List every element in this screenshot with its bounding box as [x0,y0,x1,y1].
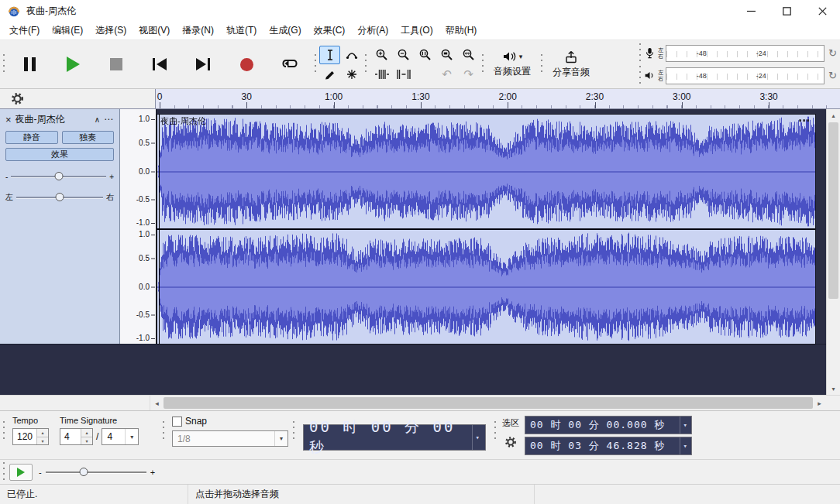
mute-button[interactable]: 静音 [5,131,58,144]
timesig-upper-value[interactable]: 4 [60,429,81,444]
spin-up-icon[interactable]: ▴ [37,429,48,437]
edit-toolbar-grip[interactable] [362,49,370,80]
snap-mode-select[interactable]: 1/8 ▾ [172,430,288,447]
recording-meter-bar[interactable]: -48 -24 [666,45,825,62]
selection-start-display[interactable]: 00 时 00 分 00.000 秒 ▾ [525,416,692,434]
zoom-out-button[interactable] [393,46,414,64]
selection-end-value[interactable]: 00 时 03 分 46.828 秒 [530,439,665,453]
recording-meter-grip[interactable] [636,45,644,62]
solo-button[interactable]: 独奏 [62,131,115,144]
playback-meter[interactable]: 左右 -48 -24 ↻ [636,66,837,86]
redo-button[interactable]: ↷ [458,65,479,84]
audio-setup-grip[interactable] [479,49,487,80]
multi-tool-button[interactable] [341,65,362,84]
effects-button[interactable]: 效果 [5,148,114,161]
envelope-tool-button[interactable] [341,46,362,64]
spin-down-icon[interactable]: ▾ [81,437,92,445]
menu-help[interactable]: 帮助(H) [439,22,484,39]
menu-effect[interactable]: 效果(C) [308,22,352,39]
audio-setup-button[interactable]: ▾ 音频设置 [487,43,538,85]
play-meter-options-icon[interactable]: ↻ [828,70,837,81]
vertical-scrollbar[interactable]: ▴ ▾ [826,109,840,395]
selection-start-value[interactable]: 00 时 00 分 00.000 秒 [530,418,665,432]
gain-slider-track[interactable] [11,171,106,182]
play-speed-thumb[interactable] [80,468,88,476]
tempo-input[interactable]: 120 ▴▾ [12,428,49,445]
loop-button[interactable] [270,45,310,84]
selection-toolbar-grip[interactable] [491,416,499,447]
gain-slider[interactable]: - + [5,171,114,182]
combo-caret-icon[interactable]: ▾ [274,431,287,446]
track-menu-icon[interactable]: ⋯ [104,114,114,125]
spin-up-icon[interactable]: ▴ [81,429,92,437]
snap-toolbar-grip[interactable] [160,416,167,447]
waveform-channel-left[interactable] [157,115,815,228]
menu-file[interactable]: 文件(F) [3,22,46,39]
waveform-channel-right[interactable] [157,230,815,344]
clip-name[interactable]: 夜曲-周杰伦 [160,115,206,127]
menu-select[interactable]: 选择(S) [89,22,133,39]
tempo-spinner[interactable]: ▴▾ [36,429,48,444]
menu-transport[interactable]: 播录(N) [176,22,220,39]
time-format-caret-icon[interactable]: ▾ [472,425,485,450]
time-format-caret-icon[interactable]: ▾ [680,417,691,434]
time-display-grip[interactable] [290,416,298,447]
audio-clip[interactable]: 夜曲-周杰伦 ⋯ [157,114,816,345]
vertical-scale-ruler[interactable]: 1.00.50.0-0.5-1.0 1.00.50.0-0.5-1.0 [120,109,157,344]
draw-tool-button[interactable] [319,65,340,84]
menu-edit[interactable]: 编辑(E) [46,22,89,39]
time-format-caret-icon[interactable]: ▾ [680,437,691,454]
track-name[interactable]: 夜曲-周杰伦 [15,113,91,126]
clip-menu-icon[interactable]: ⋯ [798,114,811,128]
selection-tool-button[interactable] [319,46,340,64]
scroll-right-icon[interactable]: ▸ [813,396,826,410]
playback-meter-bar[interactable]: -48 -24 [666,67,825,84]
skip-to-start-button[interactable] [139,45,180,84]
menu-generate[interactable]: 生成(G) [263,22,307,39]
minimize-button[interactable] [733,0,769,22]
pan-slider[interactable]: 左 右 [5,192,114,203]
track-collapse-icon[interactable]: ∧ [95,115,100,124]
zoom-in-button[interactable] [371,46,392,64]
transport-toolbar-grip[interactable] [0,49,8,80]
playback-meter-grip[interactable] [636,67,644,84]
tools-toolbar-grip[interactable] [312,49,319,80]
horizontal-scrollbar-thumb[interactable] [164,397,813,409]
audio-position-value[interactable]: 00 时 00 分 00 秒 [309,417,472,458]
stop-button[interactable] [96,45,136,84]
maximize-button[interactable] [769,0,804,22]
skip-to-end-button[interactable] [183,45,223,84]
selection-end-display[interactable]: 00 时 03 分 46.828 秒 ▾ [525,437,692,455]
zoom-toggle-button[interactable] [458,46,479,64]
pause-button[interactable] [9,45,50,84]
timesig-upper-input[interactable]: 4 ▴▾ [60,428,93,445]
share-audio-button[interactable]: 分享音频 [546,43,597,85]
close-button[interactable] [804,0,840,22]
timesig-upper-spinner[interactable]: ▴▾ [81,429,92,444]
play-at-speed-grip[interactable] [0,464,8,481]
gain-slider-thumb[interactable] [54,172,63,180]
menu-tools[interactable]: 工具(O) [394,22,439,39]
share-toolbar-grip[interactable] [538,49,546,80]
pan-slider-track[interactable] [16,192,103,203]
rec-meter-options-icon[interactable]: ↻ [828,48,837,58]
snap-checkbox[interactable]: Snap [172,416,285,427]
pan-slider-thumb[interactable] [56,193,64,201]
play-speed-track[interactable] [46,467,146,478]
play-at-speed-button[interactable] [9,464,33,481]
track-close-icon[interactable]: × [5,115,12,125]
spin-down-icon[interactable]: ▾ [37,437,48,445]
scroll-up-icon[interactable]: ▴ [827,109,840,122]
timeline-options-button[interactable] [11,92,24,105]
scroll-left-icon[interactable]: ◂ [150,396,164,410]
fit-project-button[interactable] [436,46,457,64]
menu-analyze[interactable]: 分析(A) [351,22,394,39]
timesig-lower-select[interactable]: 4 ▾ [102,428,139,445]
combo-caret-icon[interactable]: ▾ [125,429,138,444]
fit-selection-button[interactable] [415,46,435,64]
menu-tracks[interactable]: 轨道(T) [220,22,263,39]
horizontal-scrollbar[interactable]: ◂ ▸ [150,396,826,410]
play-button[interactable] [53,45,93,84]
checkbox-icon[interactable] [172,417,182,427]
track-control-panel[interactable]: × 夜曲-周杰伦 ∧ ⋯ 静音 独奏 效果 - + 左 右 [0,109,120,344]
